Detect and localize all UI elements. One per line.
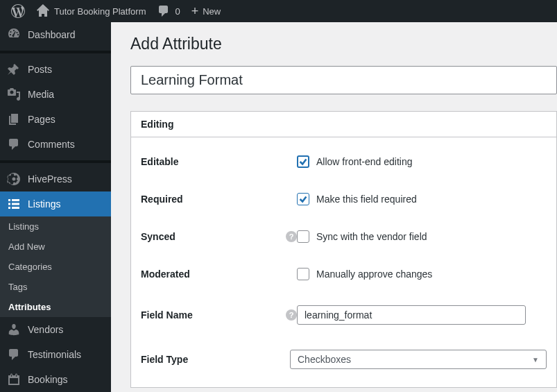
site-name-link[interactable]: Tutor Booking Platform [31, 0, 151, 22]
attribute-title-input[interactable] [130, 66, 557, 94]
admin-toolbar: Tutor Booking Platform 0 + New [0, 0, 557, 22]
comments-icon [7, 137, 21, 151]
menu-separator [0, 160, 111, 163]
menu-listings[interactable]: Listings [0, 191, 111, 216]
editable-checkbox[interactable] [297, 155, 309, 168]
plus-icon: + [191, 5, 199, 17]
synced-text: Sync with the vendor field [316, 231, 427, 242]
list-icon [7, 197, 21, 211]
submenu-item-tags[interactable]: Tags [0, 277, 111, 297]
menu-posts[interactable]: Posts [0, 57, 111, 82]
menu-dashboard[interactable]: Dashboard [0, 22, 111, 47]
submenu-item-add-new[interactable]: Add New [0, 237, 111, 257]
menu-separator [0, 51, 111, 53]
site-name-text: Tutor Booking Platform [54, 6, 146, 17]
chevron-down-icon: ▼ [532, 356, 539, 364]
panel-header: Editing [131, 112, 556, 137]
calendar-icon [7, 373, 21, 386]
menu-comments[interactable]: Comments [0, 132, 111, 157]
home-icon [36, 4, 50, 18]
dashboard-icon [7, 28, 21, 42]
menu-pages[interactable]: Pages [0, 107, 111, 132]
submenu-item-attributes[interactable]: Attributes [0, 297, 111, 317]
wordpress-icon [11, 4, 25, 18]
menu-media[interactable]: Media [0, 82, 111, 107]
menu-bookings[interactable]: Bookings [0, 367, 111, 392]
gear-icon [7, 172, 21, 186]
page-icon [7, 112, 21, 126]
new-label: New [203, 6, 221, 17]
submenu-item-listings[interactable]: Listings [0, 216, 111, 237]
field-name-input[interactable] [297, 305, 526, 325]
required-text: Make this field required [316, 194, 417, 205]
required-checkbox[interactable] [297, 193, 309, 205]
wordpress-logo[interactable] [6, 0, 31, 22]
pin-icon [7, 62, 21, 76]
menu-testimonials[interactable]: Testimonials [0, 342, 111, 367]
row-field-type: Field Type Checkboxes ▼ [131, 337, 556, 382]
moderated-checkbox[interactable] [297, 268, 309, 280]
row-field-name: Field Name ? [131, 293, 556, 337]
synced-checkbox[interactable] [297, 230, 309, 243]
menu-vendors[interactable]: Vendors [0, 317, 111, 342]
field-type-select[interactable]: Checkboxes ▼ [290, 350, 547, 369]
help-icon[interactable]: ? [286, 309, 297, 321]
comments-link[interactable]: 0 [151, 0, 185, 22]
submenu-listings: Listings Add New Categories Tags Attribu… [0, 216, 111, 317]
editable-text: Allow front-end editing [316, 156, 413, 167]
comment-icon [157, 4, 171, 18]
row-synced: Synced ? Sync with the vendor field [131, 218, 556, 255]
comments-count: 0 [175, 6, 180, 17]
submenu-item-categories[interactable]: Categories [0, 257, 111, 277]
editing-panel: Editing Editable Allow front-end editing… [130, 111, 557, 388]
main-content: Add Attribute Editing Editable Allow fro… [111, 22, 557, 392]
user-icon [7, 323, 21, 336]
menu-hivepress[interactable]: HivePress [0, 167, 111, 191]
row-moderated: Moderated Manually approve changes [131, 255, 556, 293]
admin-sidebar: Dashboard Posts Media Pages Comments Hiv… [0, 22, 111, 392]
row-required: Required Make this field required [131, 180, 556, 218]
new-content-link[interactable]: + New [186, 0, 227, 22]
media-icon [7, 87, 21, 101]
help-icon[interactable]: ? [286, 231, 297, 242]
page-title: Add Attribute [130, 35, 557, 53]
quote-icon [7, 348, 21, 361]
moderated-text: Manually approve changes [316, 269, 432, 280]
row-editable: Editable Allow front-end editing [131, 143, 556, 180]
